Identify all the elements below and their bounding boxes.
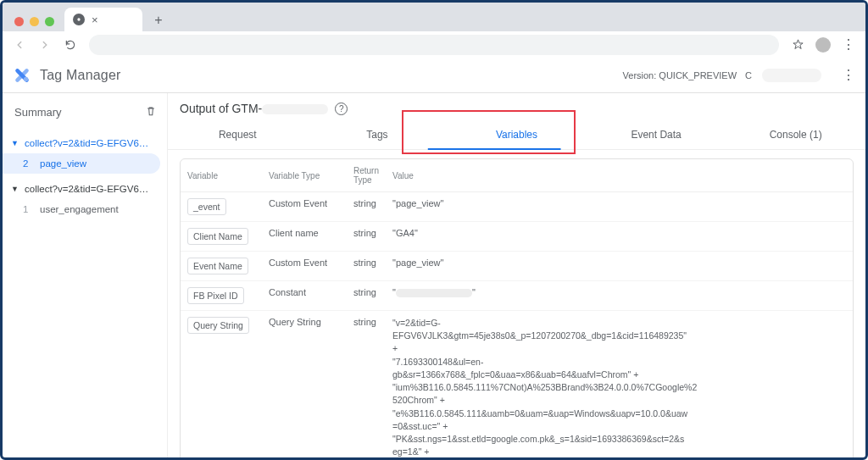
sidebar: Summary ▼ collect?v=2&tid=G-EFGV6… 2 pag… xyxy=(3,93,168,457)
event-index: 2 xyxy=(23,158,31,169)
reload-button[interactable] xyxy=(60,35,81,55)
variable-chip[interactable]: FB Pixel ID xyxy=(187,287,244,304)
sidebar-item-label: collect?v=2&tid=G-EFGV6… xyxy=(25,184,159,194)
variable-chip[interactable]: Query String xyxy=(187,317,249,334)
event-label: page_view xyxy=(40,158,86,169)
sidebar-request-item[interactable]: ▼ collect?v=2&tid=G-EFGV6… xyxy=(3,133,167,153)
version-label: Version: QUICK_PREVIEW xyxy=(623,70,737,80)
summary-label: Summary xyxy=(14,106,62,119)
window-close[interactable] xyxy=(14,17,24,26)
tab-tags[interactable]: Tags xyxy=(308,120,448,150)
event-index: 1 xyxy=(23,204,31,214)
variable-value: "page_view" xyxy=(386,252,853,281)
new-tab-button[interactable]: + xyxy=(147,9,170,31)
bookmark-star-icon[interactable] xyxy=(787,35,808,55)
tab-event-data[interactable]: Event Data xyxy=(587,120,726,150)
return-type: string xyxy=(347,252,386,281)
app-title: Tag Manager xyxy=(40,68,121,83)
sidebar-request-item[interactable]: ▼ collect?v=2&tid=G-EFGV6… xyxy=(3,179,167,199)
caret-down-icon: ▼ xyxy=(11,185,19,193)
variable-chip[interactable]: Event Name xyxy=(187,258,248,274)
omnibox[interactable] xyxy=(89,35,779,55)
app-menu-icon[interactable]: ⋮ xyxy=(842,67,855,83)
forward-button[interactable] xyxy=(35,35,55,55)
address-bar: ⋮ xyxy=(3,31,865,58)
variable-type: Client name xyxy=(262,222,347,252)
profile-avatar-icon[interactable] xyxy=(813,35,833,55)
account-chip[interactable] xyxy=(762,69,821,82)
window-maximize[interactable] xyxy=(45,17,54,26)
output-title: Output of GTM- xyxy=(180,102,328,115)
tab-strip: × + xyxy=(3,3,865,31)
browser-chrome: × + ⋮ xyxy=(3,3,865,58)
table-row: _eventCustom Eventstring"page_view" xyxy=(181,192,853,222)
variable-type: Custom Event xyxy=(262,252,347,281)
app-body: Summary ▼ collect?v=2&tid=G-EFGV6… 2 pag… xyxy=(3,93,865,457)
sidebar-event-item[interactable]: 1 user_engagement xyxy=(3,199,160,219)
table-row: Event NameCustom Eventstring"page_view" xyxy=(181,252,853,281)
th-value: Value xyxy=(386,159,853,192)
th-variable: Variable xyxy=(181,159,262,192)
th-return-type: Return Type xyxy=(347,159,386,192)
variables-table-card: Variable Variable Type Return Type Value… xyxy=(180,158,854,457)
table-row: Query StringQuery Stringstring"v=2&tid=G… xyxy=(181,311,853,458)
caret-down-icon: ▼ xyxy=(11,139,19,147)
variables-table: Variable Variable Type Return Type Value… xyxy=(181,159,853,457)
back-button[interactable] xyxy=(9,35,30,55)
variable-value: "v=2&tid=G-EFGV6VJLK3&gtm=45je38s0&_p=12… xyxy=(386,311,853,458)
window-minimize[interactable] xyxy=(30,17,39,26)
variable-value: "GA4" xyxy=(386,222,853,252)
event-label: user_engagement xyxy=(40,204,119,214)
return-type: string xyxy=(347,192,386,222)
svg-point-1 xyxy=(77,18,80,20)
main-panel: Output of GTM- ? Request Tags Variables … xyxy=(168,93,865,457)
content-scroll[interactable]: Variable Variable Type Return Type Value… xyxy=(168,150,865,457)
main-tabs: Request Tags Variables Event Data Consol… xyxy=(168,120,865,150)
variable-type: Query String xyxy=(262,311,347,458)
variable-type: Constant xyxy=(262,281,347,311)
svg-point-4 xyxy=(24,76,29,81)
tab-favicon-icon xyxy=(73,14,85,25)
tab-close-icon[interactable]: × xyxy=(92,14,98,26)
sidebar-item-label: collect?v=2&tid=G-EFGV6… xyxy=(25,138,159,148)
trash-icon[interactable] xyxy=(145,105,157,119)
th-variable-type: Variable Type xyxy=(262,159,347,192)
tab-request[interactable]: Request xyxy=(168,120,308,150)
sidebar-group: ▼ collect?v=2&tid=G-EFGV6… 2 page_view xyxy=(3,133,167,174)
tag-manager-logo-icon xyxy=(13,66,31,85)
help-icon[interactable]: ? xyxy=(335,103,348,115)
account-prefix: C xyxy=(745,70,752,80)
app-header: Tag Manager Version: QUICK_PREVIEW C ⋮ xyxy=(3,58,865,93)
tab-variables[interactable]: Variables xyxy=(447,120,587,150)
table-row: FB Pixel IDConstantstring"" xyxy=(181,281,853,311)
sidebar-group: ▼ collect?v=2&tid=G-EFGV6… 1 user_engage… xyxy=(3,179,167,219)
window-controls xyxy=(9,8,59,31)
sidebar-event-item[interactable]: 2 page_view xyxy=(3,153,160,174)
browser-menu-icon[interactable]: ⋮ xyxy=(838,35,859,55)
variable-value: "page_view" xyxy=(386,192,853,222)
return-type: string xyxy=(347,281,386,311)
tab-console[interactable]: Console (1) xyxy=(726,120,865,150)
return-type: string xyxy=(347,311,386,458)
sidebar-summary[interactable]: Summary xyxy=(3,97,167,128)
variable-value: "" xyxy=(386,281,853,311)
variable-chip[interactable]: Client Name xyxy=(187,228,248,245)
output-header: Output of GTM- ? xyxy=(168,93,865,115)
variable-chip[interactable]: _event xyxy=(187,198,226,215)
return-type: string xyxy=(347,222,386,252)
table-row: Client NameClient namestring"GA4" xyxy=(181,222,853,252)
variable-type: Custom Event xyxy=(262,192,347,222)
browser-tab[interactable]: × xyxy=(64,8,142,31)
